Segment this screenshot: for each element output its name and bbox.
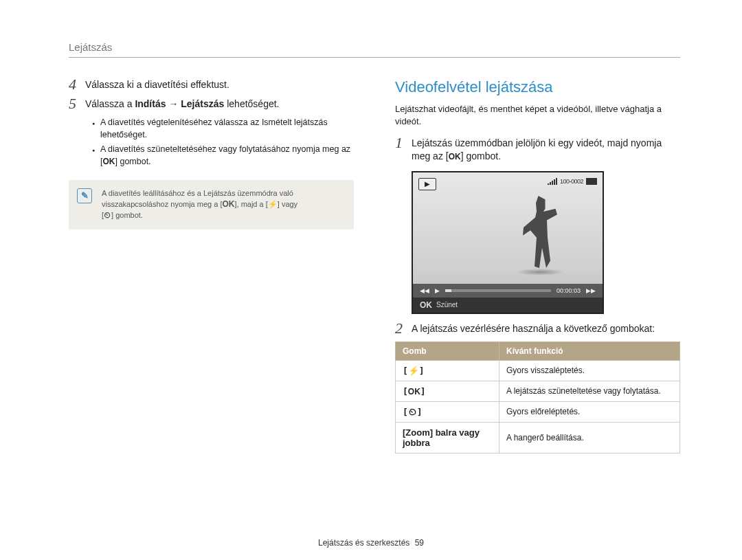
table-row: [⏲] Gyors előreléptetés. xyxy=(396,401,680,422)
flash-icon: ⚡ xyxy=(268,200,278,208)
step-5-sublist: A diavetítés végtelenítéséhez válassza a… xyxy=(69,117,354,168)
step-4: 4 Válassza ki a diavetítési effektust. xyxy=(69,78,354,92)
bracket: ] xyxy=(419,366,425,376)
text-fragment: ] gombot. xyxy=(115,157,150,166)
step-number: 5 xyxy=(69,96,85,111)
bold-term: Ismételt lejátszás xyxy=(262,117,328,127)
ok-icon: OK xyxy=(449,151,461,162)
battery-icon xyxy=(586,178,597,185)
controls-table: Gomb Kívánt funkció [⚡] Gyors visszalépt… xyxy=(395,341,680,453)
note-box: ✎ A diavetítés leállításához és a Lejáts… xyxy=(69,180,354,229)
rewind-icon: ◀◀ xyxy=(420,287,429,294)
right-column: Videofelvétel lejátszása Lejátszhat vide… xyxy=(395,78,680,453)
note-icon: ✎ xyxy=(77,188,92,203)
forward-icon: ▶▶ xyxy=(586,287,596,294)
bold-term: Indítás xyxy=(135,98,166,109)
time-counter: 00:00:03 xyxy=(556,287,581,294)
step-1: 1 Lejátszás üzemmódban jelöljön ki egy v… xyxy=(395,137,680,163)
page-footer: Lejátszás és szerkesztés 59 xyxy=(0,538,742,548)
ok-icon: OK xyxy=(222,199,234,210)
screenshot-status-bar: OK Szünet xyxy=(413,298,603,313)
step-text: Válassza a Indítás → Lejátszás lehetőség… xyxy=(85,98,280,111)
timer-icon: ⏲ xyxy=(408,407,417,417)
signal-bars-icon xyxy=(548,178,557,185)
button-cell: [⚡] xyxy=(396,360,499,381)
header-title: Lejátszás xyxy=(69,41,112,53)
status-label: Szünet xyxy=(436,301,458,309)
button-cell: [Zoom] balra vagy jobbra xyxy=(396,422,499,453)
sublist-item: A diavetítés végtelenítéséhez válassza a… xyxy=(92,117,354,141)
button-cell: [OK] xyxy=(396,381,499,401)
section-title: Videofelvétel lejátszása xyxy=(395,78,680,96)
bracket: [ xyxy=(403,366,408,376)
button-cell: [⏲] xyxy=(396,401,499,422)
page-header: Lejátszás xyxy=(69,41,680,58)
function-cell: Gyors előreléptetés. xyxy=(499,401,680,422)
figure-shadow xyxy=(516,269,564,276)
ok-icon: OK xyxy=(408,387,420,396)
table-row: [OK] A lejátszás szüneteltetése vagy fol… xyxy=(396,381,680,401)
flash-icon: ⚡ xyxy=(408,366,419,376)
play-icon: ▶ xyxy=(435,287,440,294)
ok-icon: OK xyxy=(420,300,432,310)
bracket: ] xyxy=(417,407,423,417)
left-column: 4 Válassza ki a diavetítési effektust. 5… xyxy=(69,78,354,453)
function-cell: A lejátszás szüneteltetése vagy folytatá… xyxy=(499,381,680,401)
screenshot-body xyxy=(413,188,603,284)
bold-term: Lejátszás xyxy=(181,98,224,109)
function-cell: Gyors visszaléptetés. xyxy=(499,360,680,381)
table-row: [⚡] Gyors visszaléptetés. xyxy=(396,360,680,381)
sublist-item: A diavetítés szüneteltetéséhez vagy foly… xyxy=(92,144,354,168)
text-fragment: meg az [ xyxy=(412,150,449,161)
text-fragment: ] gombot. xyxy=(111,211,143,219)
text-fragment: Válassza a xyxy=(85,98,135,109)
screenshot-indicators: 100-0002 xyxy=(548,178,597,185)
text-fragment: A diavetítés leállításához és a Lejátszá… xyxy=(102,189,293,197)
step-number: 4 xyxy=(69,77,85,92)
footer-text: Lejátszás és szerkesztés xyxy=(318,538,409,548)
function-cell: A hangerő beállítása. xyxy=(499,422,680,453)
step-number: 2 xyxy=(395,321,412,336)
text-fragment: visszakapcsoláshoz nyomja meg a [ xyxy=(102,200,222,208)
step-2: 2 A lejátszás vezérlésére használja a kö… xyxy=(395,322,680,336)
progress-bar xyxy=(445,289,551,292)
arrow: → xyxy=(166,98,181,109)
text-fragment: lehetőséget. xyxy=(100,130,147,139)
camera-screenshot: ▶ 100-0002 ◀◀ ▶ xyxy=(412,171,604,314)
col-header-button: Gomb xyxy=(396,341,499,360)
bracket: [ xyxy=(403,386,408,396)
text-fragment: A diavetítés végtelenítéséhez válassza a… xyxy=(100,117,262,127)
page-number: 59 xyxy=(415,538,424,548)
screenshot-playback-bar: ◀◀ ▶ 00:00:03 ▶▶ xyxy=(413,284,603,298)
step-text: Válassza ki a diavetítési effektust. xyxy=(85,78,229,91)
file-counter: 100-0002 xyxy=(560,178,583,185)
step-text: A lejátszás vezérlésére használja a köve… xyxy=(412,322,655,335)
col-header-function: Kívánt funkció xyxy=(499,341,680,360)
two-columns: 4 Válassza ki a diavetítési effektust. 5… xyxy=(69,78,680,453)
step-number: 1 xyxy=(395,135,412,150)
text-fragment: ] gombot. xyxy=(461,150,501,161)
step-text: Lejátszás üzemmódban jelöljön ki egy vid… xyxy=(412,137,662,163)
figure-silhouette xyxy=(523,196,557,268)
timer-icon: ⏲ xyxy=(104,211,111,219)
bracket: [ xyxy=(403,407,408,417)
table-row: [Zoom] balra vagy jobbra A hangerő beáll… xyxy=(396,422,680,453)
ok-icon: OK xyxy=(102,156,115,168)
text-fragment: ] vagy xyxy=(278,200,297,208)
manual-page: Lejátszás 4 Válassza ki a diavetítési ef… xyxy=(0,0,742,560)
text-fragment: ], majd a [ xyxy=(234,200,267,208)
text-fragment: Lejátszás üzemmódban jelöljön ki egy vid… xyxy=(412,137,662,148)
note-text: A diavetítés leállításához és a Lejátszá… xyxy=(102,188,344,221)
section-intro: Lejátszhat videofájlt, és menthet képet … xyxy=(395,103,680,127)
step-5: 5 Válassza a Indítás → Lejátszás lehetős… xyxy=(69,98,354,111)
text-fragment: lehetőséget. xyxy=(224,98,279,109)
screenshot-top-bar: ▶ 100-0002 xyxy=(413,172,603,188)
bracket: ] xyxy=(420,386,426,396)
